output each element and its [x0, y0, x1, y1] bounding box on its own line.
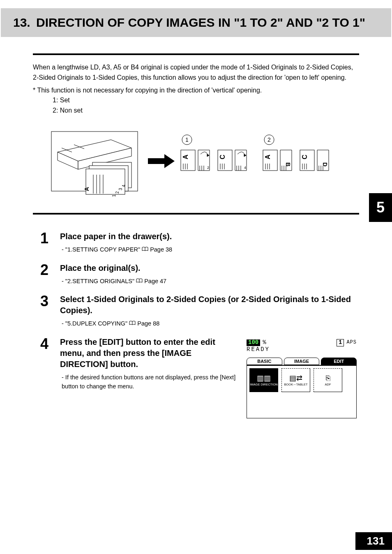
note-option-2: 2: Non set	[33, 106, 359, 116]
lcd-copies: 1	[337, 339, 344, 346]
note-lead: * This function is not necessary for cop…	[33, 85, 359, 96]
step-2-title: Place the original(s).	[60, 263, 359, 274]
step-3: 3 Select 1-Sided Originals to 2-Sided Co…	[40, 294, 359, 328]
svg-text:A: A	[264, 155, 271, 159]
svg-text:2: 2	[207, 166, 209, 170]
section-title: 13. DIRECTION OF COPY IMAGES IN "1 TO 2"…	[13, 16, 379, 30]
lcd-zoom-value: 100	[247, 339, 260, 346]
svg-text:1: 1	[185, 136, 189, 143]
book-tablet-icon: ▤⇄	[289, 374, 302, 382]
step-4-number: 4	[40, 337, 54, 421]
lcd-zoom-pct: %	[263, 339, 266, 346]
note-option-1: 1: Set	[33, 95, 359, 106]
svg-rect-32	[218, 150, 232, 171]
chapter-tab: 5	[369, 193, 392, 222]
lcd-status-text: READY	[247, 346, 357, 353]
step-1-title: Place paper in the drawer(s).	[60, 231, 359, 242]
step-2: 2 Place the original(s). - "2.SETTING OR…	[40, 263, 359, 286]
step-3-number: 3	[40, 294, 54, 328]
step-2-number: 2	[40, 263, 54, 286]
lcd-tab-row: BASIC IMAGE EDIT	[247, 358, 357, 365]
svg-text:D: D	[322, 162, 328, 166]
lcd-tab-edit[interactable]: EDIT	[321, 358, 357, 365]
svg-rect-55	[300, 150, 314, 171]
svg-text:4: 4	[122, 185, 126, 187]
svg-text:A: A	[83, 187, 90, 191]
step-3-ref: - "5.DUPLEX COPYING" Page 88	[60, 319, 359, 328]
step-3-title: Select 1-Sided Originals to 2-Sided Copi…	[60, 294, 359, 316]
rule-top	[33, 53, 359, 55]
section-title-text: DIRECTION OF COPY IMAGES IN "1 TO 2" AND…	[36, 16, 365, 29]
step-1-number: 1	[40, 231, 54, 254]
book-icon	[136, 278, 143, 283]
book-icon	[142, 247, 148, 252]
step-2-ref: - "2.SETTING ORIGINALS" Page 47	[60, 277, 359, 286]
svg-text:C: C	[219, 155, 226, 159]
svg-text:A: A	[182, 155, 189, 159]
svg-text:2: 2	[267, 136, 271, 143]
image-direction-icon: ▥▥	[257, 374, 271, 382]
rule-bottom	[33, 213, 359, 215]
svg-rect-21	[181, 150, 195, 171]
lcd-tab-image[interactable]: IMAGE	[284, 358, 320, 365]
section-header: 13. DIRECTION OF COPY IMAGES IN "1 TO 2"…	[1, 8, 391, 37]
page-number: 131	[355, 532, 392, 550]
lcd-tab-basic[interactable]: BASIC	[247, 358, 282, 365]
svg-rect-45	[263, 150, 277, 171]
section-number: 13.	[13, 16, 30, 29]
svg-text:C: C	[301, 155, 308, 159]
lcd-status-row: 100 % 1 APS READY	[247, 339, 357, 353]
explanatory-diagram: A 4 3 2 1	[33, 122, 359, 203]
lcd-button-adf[interactable]: ⎘ ADF	[314, 368, 342, 392]
lcd-panel: 100 % 1 APS READY BASIC IMAGE EDIT	[244, 337, 359, 421]
svg-text:2: 2	[115, 191, 120, 194]
svg-text:1: 1	[112, 194, 116, 197]
adf-icon: ⎘	[326, 374, 330, 382]
svg-marker-18	[148, 154, 175, 168]
lcd-body: ▥▥ IMAGE DIRECTION ▤⇄ BOOK↔TABLET ⎘ ADF	[247, 365, 357, 418]
step-4-title: Press the [EDIT] button to enter the edi…	[60, 337, 237, 370]
lcd-button-image-direction[interactable]: ▥▥ IMAGE DIRECTION	[249, 368, 278, 392]
step-4: 4 Press the [EDIT] button to enter the e…	[40, 337, 359, 421]
lcd-mode: APS	[346, 340, 357, 345]
step-1-ref: - "1.SETTING COPY PAPER" Page 38	[60, 245, 359, 254]
step-4-note: - If the desired function buttons are no…	[60, 373, 237, 391]
svg-text:4: 4	[244, 166, 246, 170]
lcd-button-book-tablet[interactable]: ▤⇄ BOOK↔TABLET	[281, 368, 310, 392]
intro-paragraph: When a lengthwise LD, A3, A5 or B4 origi…	[33, 62, 359, 83]
svg-text:B: B	[285, 162, 291, 166]
step-1: 1 Place paper in the drawer(s). - "1.SET…	[40, 231, 359, 254]
book-icon	[129, 321, 136, 325]
svg-text:3: 3	[118, 188, 123, 190]
